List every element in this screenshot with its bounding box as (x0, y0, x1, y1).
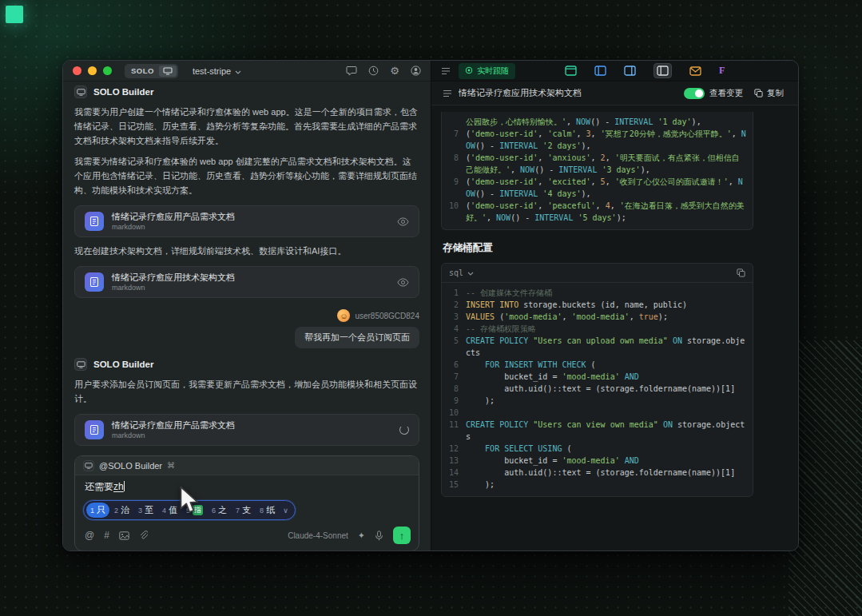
section-heading: 存储桶配置 (443, 241, 753, 255)
document-icon (85, 212, 104, 231)
code-line: 10('demo-user-id', 'peaceful', 4, '在海边看日… (445, 200, 746, 224)
outline-list-icon[interactable] (443, 89, 452, 97)
doc-card-prd[interactable]: 情绪记录疗愈应用产品需求文档 markdown (74, 205, 419, 237)
user-avatar: ☺ (337, 309, 350, 322)
composer-header: @SOLO Builder ⌘ (75, 456, 419, 475)
loading-spinner (399, 425, 409, 435)
account-avatar-icon[interactable] (411, 66, 421, 76)
chevron-down-icon (467, 267, 474, 279)
ime-candidate-2[interactable]: 2治 (110, 503, 133, 518)
code-line: 10 (445, 407, 746, 419)
live-follow-badge[interactable]: 实时跟随 (459, 63, 515, 79)
desktop-background: SOLO test-stripe (0, 0, 862, 616)
solo-label: SOLO (126, 66, 159, 75)
mention-at-icon[interactable]: @ (85, 531, 94, 540)
document-header: 情绪记录疗愈应用技术架构文档 查看变更 复制 (431, 81, 798, 105)
preview-panel: 情绪记录疗愈应用技术架构文档 查看变更 复制 公园散 (431, 81, 798, 550)
orange-mail-icon[interactable] (689, 66, 701, 76)
copy-label: 复制 (767, 88, 784, 99)
code-line: 12 FOR SELECT USING ( (445, 443, 746, 455)
ime-candidate-1[interactable]: 1只 (86, 503, 109, 518)
preview-tool-icons: F (565, 63, 725, 78)
ime-candidate-3[interactable]: 3至 (134, 503, 157, 518)
doc-card-title: 情绪记录疗愈应用产品需求文档 (112, 212, 235, 222)
settings-gear-icon[interactable]: ⚙ (390, 66, 399, 76)
code-line: 7 bucket_id = 'mood-media' AND (445, 371, 746, 383)
purple-f-panel-icon[interactable]: F (719, 65, 725, 77)
attachment-icon[interactable] (139, 531, 148, 540)
live-follow-label: 实时跟随 (477, 66, 509, 77)
app-window: SOLO test-stripe (62, 60, 799, 551)
titlebar: SOLO test-stripe (63, 61, 798, 81)
input-text: 还需要 (85, 481, 113, 492)
code-line: 8 auth.uid()::text = (storage.foldername… (445, 383, 746, 395)
preview-eye-icon[interactable] (397, 217, 409, 226)
message-composer[interactable]: @SOLO Builder ⌘ 还需要zh 1只2治3至4值5指6之7支8纸∨ … (74, 455, 419, 550)
history-icon[interactable] (368, 66, 379, 76)
doc-card-prd-updating[interactable]: 情绪记录疗愈应用产品需求文档 markdown (74, 414, 419, 446)
doc-card-meta: 情绪记录疗愈应用产品需求文档 markdown (112, 212, 235, 231)
teal-panel-icon[interactable] (565, 66, 577, 76)
ime-candidate-4[interactable]: 4值 (158, 503, 181, 518)
code-line: 6 FOR INSERT WITH CHECK ( (445, 359, 746, 371)
sparkle-enhance-icon[interactable]: ✦ (358, 531, 365, 541)
titlebar-action-icons: ⚙ (346, 66, 421, 76)
blue-panel-icon[interactable] (594, 66, 606, 76)
ime-candidate-7[interactable]: 7支 (232, 503, 255, 518)
code-lines: 公园散步，心情特别愉快。', NOW() - INTERVAL '1 day')… (442, 112, 753, 229)
doc-card-architecture[interactable]: 情绪记录疗愈应用技术架构文档 markdown (74, 266, 419, 298)
solo-builder-icon (74, 85, 87, 98)
assistant-name: SOLO Builder (93, 87, 153, 97)
document-icon (85, 420, 104, 439)
panel-list-icon[interactable] (441, 67, 451, 75)
view-changes-label: 查看变更 (709, 88, 743, 99)
minimize-window-button[interactable] (88, 66, 97, 75)
chevron-down-icon (235, 66, 241, 76)
lightblue-panel-icon[interactable] (624, 66, 636, 76)
live-follow-icon (465, 66, 473, 76)
copy-document-button[interactable]: 复制 (754, 88, 784, 99)
window-body: SOLO Builder 我需要为用户创建一个情绪记录和疗愈体验的 web ap… (63, 81, 798, 550)
ime-candidate-8[interactable]: 8纸 (256, 503, 279, 518)
user-message-row: 帮我再加一个会员订阅页面 (74, 327, 419, 348)
solo-mode-switcher[interactable]: SOLO (125, 64, 178, 78)
image-icon[interactable] (119, 531, 129, 540)
view-changes-toggle[interactable] (684, 88, 705, 99)
composer-input[interactable]: 还需要zh (75, 475, 419, 495)
ime-expand-chevron-icon[interactable]: ∨ (283, 507, 288, 515)
code-line: 7('demo-user-id', 'calm', 3, '冥想了20分钟，感觉… (445, 128, 746, 152)
code-block-seed-data: 公园散步，心情特别愉快。', NOW() - INTERVAL '1 day')… (441, 112, 753, 230)
close-window-button[interactable] (73, 66, 81, 75)
document-header-actions: 查看变更 复制 (684, 88, 784, 99)
doc-card-title: 情绪记录疗愈应用产品需求文档 (112, 420, 235, 431)
code-line: 8('demo-user-id', 'anxious', 2, '明天要面试，有… (445, 152, 746, 176)
copy-code-icon[interactable] (737, 268, 745, 277)
view-changes-toggle-group[interactable]: 查看变更 (684, 88, 743, 99)
code-block-header: sql (442, 264, 753, 283)
model-selector[interactable]: Claude-4-Sonnet (288, 531, 348, 540)
zoom-window-button[interactable] (103, 66, 112, 75)
code-line: 13 bucket_id = 'mood-media' AND (445, 455, 746, 467)
project-switcher[interactable]: test-stripe (193, 66, 241, 76)
mouse-cursor (179, 486, 200, 515)
code-line: 1-- 创建媒体文件存储桶 (445, 287, 746, 299)
mention-chip[interactable]: @SOLO Builder (99, 461, 162, 471)
code-language-selector[interactable]: sql (449, 267, 463, 279)
document-title: 情绪记录疗愈应用技术架构文档 (459, 87, 582, 99)
feedback-icon[interactable] (346, 66, 357, 76)
solo-monitor-icon (159, 66, 177, 77)
assistant-paragraph: 我需要为用户创建一个情绪记录和疗愈体验的 web app。这是一个全新的项目需求… (74, 105, 419, 148)
doc-card-title: 情绪记录疗愈应用技术架构文档 (112, 272, 235, 283)
background-accent-square (6, 6, 23, 23)
assistant-name: SOLO Builder (93, 360, 153, 369)
hash-context-icon[interactable]: # (104, 531, 109, 540)
doc-card-meta: 情绪记录疗愈应用产品需求文档 markdown (112, 420, 235, 439)
text-caret (124, 481, 125, 491)
preview-eye-icon[interactable] (397, 278, 409, 287)
send-button[interactable]: ↑ (393, 527, 411, 544)
ime-candidate-6[interactable]: 6之 (208, 503, 231, 518)
doc-card-type: markdown (112, 284, 235, 292)
microphone-icon[interactable] (375, 531, 383, 541)
layout-panel-icon-active[interactable] (653, 63, 672, 78)
document-content: 公园散步，心情特别愉快。', NOW() - INTERVAL '1 day')… (431, 105, 798, 550)
